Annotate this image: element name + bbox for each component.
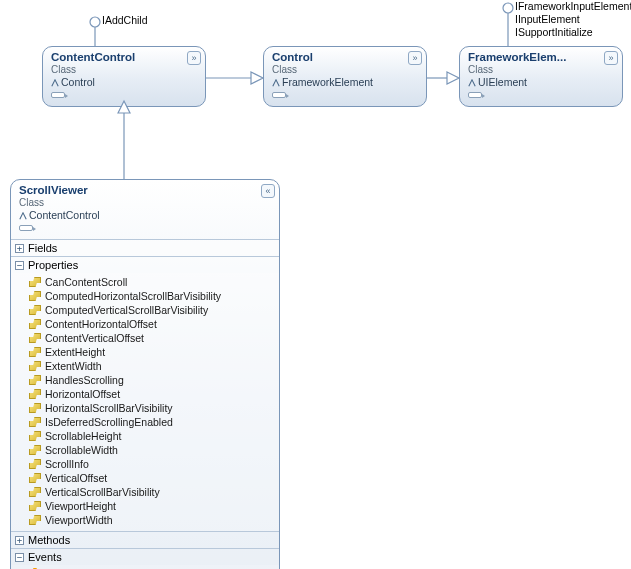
link-icon <box>51 92 65 98</box>
property-icon <box>29 305 41 315</box>
property-item[interactable]: HorizontalOffset <box>11 387 279 401</box>
inheritance-arrow-cc-to-control <box>206 70 263 86</box>
property-label: ScrollableWidth <box>45 444 118 456</box>
class-title: ContentControl <box>51 51 199 63</box>
collapse-icon: − <box>15 553 24 562</box>
property-icon <box>29 417 41 427</box>
class-base: ContentControl <box>19 209 273 221</box>
property-icon <box>29 487 41 497</box>
property-label: VerticalScrollBarVisibility <box>45 486 160 498</box>
property-item[interactable]: ScrollableWidth <box>11 443 279 457</box>
interface-label-support-initialize: ISupportInitialize <box>515 26 593 39</box>
svg-point-0 <box>90 17 100 27</box>
property-icon <box>29 389 41 399</box>
property-label: HorizontalScrollBarVisibility <box>45 402 173 414</box>
property-label: ViewportWidth <box>45 514 113 526</box>
property-item[interactable]: ViewportWidth <box>11 513 279 527</box>
section-events: − Events ScrollChanged <box>11 548 279 569</box>
property-icon <box>29 291 41 301</box>
expand-toggle[interactable]: » <box>187 51 201 65</box>
property-icon <box>29 515 41 525</box>
property-icon <box>29 361 41 371</box>
svg-marker-5 <box>251 72 263 84</box>
interface-label-input-element: IInputElement <box>515 13 580 26</box>
property-item[interactable]: VerticalScrollBarVisibility <box>11 485 279 499</box>
class-base: UIElement <box>468 76 616 88</box>
inheritance-arrow-control-to-fe <box>427 70 459 86</box>
svg-point-2 <box>503 3 513 13</box>
section-methods: + Methods <box>11 531 279 548</box>
property-icon <box>29 459 41 469</box>
property-item[interactable]: ScrollInfo <box>11 457 279 471</box>
property-item[interactable]: CanContentScroll <box>11 275 279 289</box>
link-icon <box>19 225 33 231</box>
class-box-scrollviewer[interactable]: ScrollViewer Class ContentControl « + Fi… <box>10 179 280 569</box>
collapse-toggle[interactable]: « <box>261 184 275 198</box>
section-label: Methods <box>28 534 70 546</box>
interface-label-iaddchild: IAddChild <box>102 14 148 27</box>
property-item[interactable]: IsDeferredScrollingEnabled <box>11 415 279 429</box>
section-header-events[interactable]: − Events <box>11 549 279 565</box>
property-label: IsDeferredScrollingEnabled <box>45 416 173 428</box>
expand-toggle[interactable]: » <box>604 51 618 65</box>
property-label: ViewportHeight <box>45 500 116 512</box>
property-icon <box>29 473 41 483</box>
property-item[interactable]: ScrollableHeight <box>11 429 279 443</box>
property-item[interactable]: ComputedVerticalScrollBarVisibility <box>11 303 279 317</box>
collapse-icon: − <box>15 261 24 270</box>
property-icon <box>29 375 41 385</box>
property-icon <box>29 431 41 441</box>
class-title: Control <box>272 51 420 63</box>
property-item[interactable]: ComputedHorizontalScrollBarVisibility <box>11 289 279 303</box>
property-icon <box>29 347 41 357</box>
property-label: ScrollInfo <box>45 458 89 470</box>
class-kind: Class <box>51 64 199 75</box>
property-label: VerticalOffset <box>45 472 107 484</box>
expand-icon: + <box>15 244 24 253</box>
property-icon <box>29 403 41 413</box>
property-icon <box>29 277 41 287</box>
class-box-control[interactable]: Control Class FrameworkElement » <box>263 46 427 107</box>
property-label: ExtentWidth <box>45 360 102 372</box>
section-header-methods[interactable]: + Methods <box>11 532 279 548</box>
link-icon <box>468 92 482 98</box>
property-label: HorizontalOffset <box>45 388 120 400</box>
interface-label-framework-input: IFrameworkInputElement <box>515 0 631 13</box>
class-kind: Class <box>19 197 273 208</box>
property-label: ScrollableHeight <box>45 430 121 442</box>
class-title: ScrollViewer <box>19 184 273 196</box>
section-header-properties[interactable]: − Properties <box>11 257 279 273</box>
class-box-contentcontrol[interactable]: ContentControl Class Control » <box>42 46 206 107</box>
property-item[interactable]: ExtentHeight <box>11 345 279 359</box>
class-kind: Class <box>468 64 616 75</box>
expand-toggle[interactable]: » <box>408 51 422 65</box>
property-item[interactable]: HandlesScrolling <box>11 373 279 387</box>
section-label: Events <box>28 551 62 563</box>
property-icon <box>29 445 41 455</box>
property-item[interactable]: ExtentWidth <box>11 359 279 373</box>
class-box-frameworkelement[interactable]: FrameworkElem... Class UIElement » <box>459 46 623 107</box>
expand-icon: + <box>15 536 24 545</box>
property-label: ContentHorizontalOffset <box>45 318 157 330</box>
property-item[interactable]: HorizontalScrollBarVisibility <box>11 401 279 415</box>
link-icon <box>272 92 286 98</box>
inheritance-arrow-sv-to-cc <box>114 101 134 179</box>
property-label: ExtentHeight <box>45 346 105 358</box>
section-properties: − Properties CanContentScrollComputedHor… <box>11 256 279 531</box>
section-label: Properties <box>28 259 78 271</box>
property-label: HandlesScrolling <box>45 374 124 386</box>
property-icon <box>29 333 41 343</box>
property-item[interactable]: VerticalOffset <box>11 471 279 485</box>
property-item[interactable]: ContentVerticalOffset <box>11 331 279 345</box>
section-header-fields[interactable]: + Fields <box>11 240 279 256</box>
class-base: Control <box>51 76 199 88</box>
property-icon <box>29 501 41 511</box>
property-item[interactable]: ViewportHeight <box>11 499 279 513</box>
svg-marker-7 <box>447 72 459 84</box>
property-label: ContentVerticalOffset <box>45 332 144 344</box>
property-label: ComputedVerticalScrollBarVisibility <box>45 304 208 316</box>
property-item[interactable]: ContentHorizontalOffset <box>11 317 279 331</box>
section-label: Fields <box>28 242 57 254</box>
class-title: FrameworkElem... <box>468 51 616 63</box>
class-base: FrameworkElement <box>272 76 420 88</box>
